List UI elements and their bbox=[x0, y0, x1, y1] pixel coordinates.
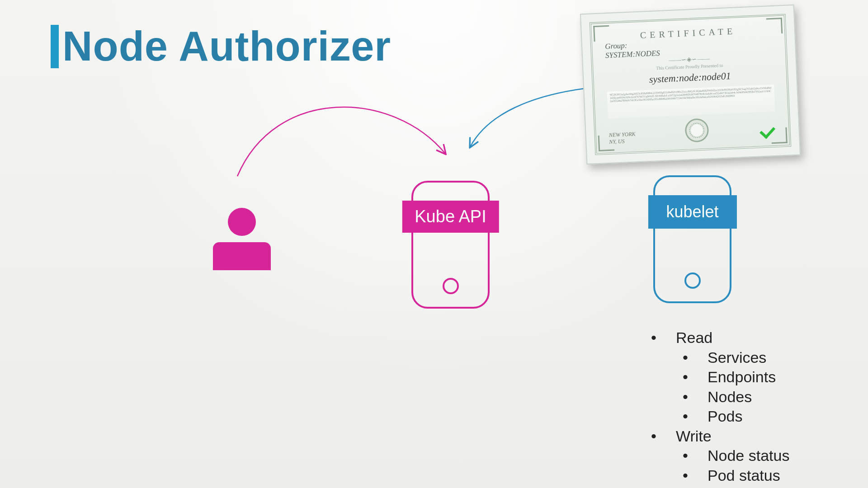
perm-read-item: Services bbox=[683, 348, 789, 368]
perm-write-item: events bbox=[683, 485, 789, 488]
certificate: CERTIFICATE Group: SYSTEM:NODES ――∽◈∽―― … bbox=[580, 5, 801, 164]
kube-api-home-icon bbox=[443, 278, 459, 294]
kube-api-node: Kube API bbox=[411, 181, 490, 309]
perm-write: Write bbox=[651, 427, 789, 446]
perm-write-item: Pod status bbox=[683, 466, 789, 486]
perm-write-item: Node status bbox=[683, 446, 789, 466]
certificate-group-value: SYSTEM:NODES bbox=[605, 49, 660, 60]
perm-read-item: Pods bbox=[683, 407, 789, 427]
title-accent-bar bbox=[51, 25, 59, 68]
slide-title: Node Authorizer bbox=[51, 23, 391, 70]
user-icon bbox=[212, 208, 271, 271]
kubelet-label: kubelet bbox=[648, 195, 736, 229]
kubelet-node: kubelet bbox=[653, 175, 731, 303]
perm-read: Read bbox=[651, 328, 789, 348]
certificate-seal-icon bbox=[684, 118, 709, 142]
kube-api-label: Kube API bbox=[402, 201, 499, 233]
permissions-list: Read Services Endpoints Nodes Pods Write… bbox=[651, 328, 789, 488]
certificate-group-label: Group: bbox=[605, 41, 627, 51]
kubelet-home-icon bbox=[684, 272, 701, 289]
perm-read-item: Nodes bbox=[683, 387, 789, 407]
certificate-body: 9f53b3933a2g4uc84g26f23c858ab984c223045f… bbox=[607, 84, 775, 119]
perm-read-item: Endpoints bbox=[683, 367, 789, 387]
title-text: Node Authorizer bbox=[62, 23, 391, 70]
certificate-check-icon bbox=[758, 125, 776, 140]
